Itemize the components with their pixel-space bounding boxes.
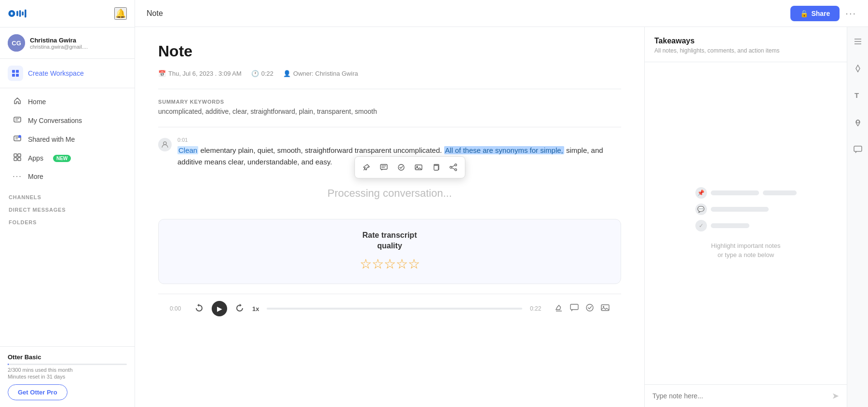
svg-point-33	[455, 164, 457, 166]
empty-bar-2	[763, 190, 797, 195]
speed-button[interactable]: 1x	[252, 305, 259, 312]
create-workspace-button[interactable]: Create Workspace	[0, 59, 135, 88]
svg-text:T: T	[854, 91, 859, 99]
topbar-actions: 🔒 Share ···	[790, 6, 856, 21]
svg-rect-2	[11, 12, 13, 15]
star-rating[interactable]: ☆☆☆☆☆	[170, 256, 609, 272]
svg-rect-6	[25, 10, 27, 18]
speaker-icon	[158, 138, 172, 151]
floating-toolbar	[354, 156, 465, 178]
sidebar-item-home[interactable]: Home	[4, 93, 131, 111]
sidebar-item-shared-with-me[interactable]: Shared with Me	[4, 130, 131, 149]
share-toolbar-button[interactable]	[446, 160, 461, 175]
home-label: Home	[28, 98, 46, 106]
comment-player-button[interactable]	[570, 303, 579, 314]
rs-chat-icon[interactable]	[849, 141, 867, 158]
highlight-player-button[interactable]	[555, 303, 563, 314]
nav-items: Home My Conversations Shared with Me App…	[0, 88, 135, 190]
progress-bar[interactable]	[267, 308, 522, 310]
plan-usage-text: 2/300 mins used this month	[8, 367, 127, 373]
svg-rect-21	[18, 154, 21, 157]
meta-date: 📅 Thu, Jul 6, 2023 . 3:09 AM	[158, 70, 242, 77]
svg-point-40	[586, 304, 593, 311]
svg-point-29	[398, 164, 404, 170]
sidebar-item-more[interactable]: ··· More	[4, 168, 131, 185]
right-sidebar: T	[847, 27, 868, 407]
page-title: Note	[147, 9, 163, 18]
player-controls: ▶ 1x	[194, 301, 259, 316]
pin-toolbar-button[interactable]	[359, 160, 374, 175]
get-pro-button[interactable]: Get Otter Pro	[8, 384, 68, 400]
empty-text-line1: Highlight important notes	[711, 242, 781, 249]
folders-section-label: FOLDERS	[0, 215, 135, 227]
copy-toolbar-button[interactable]	[428, 160, 444, 175]
svg-line-36	[452, 165, 455, 167]
right-panel: Takeaways All notes, highlights, comment…	[644, 27, 847, 407]
notification-bell-icon[interactable]: 🔔	[114, 7, 127, 20]
create-workspace-icon	[8, 66, 23, 81]
forward-button[interactable]	[235, 303, 244, 315]
empty-row-2: 💬	[695, 204, 769, 215]
takeaways-empty-state: 📌 💬 ✓ Highl	[645, 62, 847, 384]
svg-rect-12	[16, 74, 19, 77]
apps-label: Apps	[28, 154, 43, 162]
current-time: 0:00	[170, 305, 187, 312]
check-player-button[interactable]	[585, 303, 594, 314]
action-item-toolbar-button[interactable]	[393, 160, 409, 175]
svg-line-25	[364, 169, 365, 170]
person-icon: 👤	[283, 70, 291, 77]
my-conversations-icon	[13, 116, 22, 125]
svg-rect-22	[14, 158, 17, 161]
sidebar-item-my-conversations[interactable]: My Conversations	[4, 111, 131, 130]
rewind-button[interactable]	[194, 303, 204, 315]
avatar: CG	[8, 34, 25, 52]
svg-rect-41	[601, 305, 609, 311]
svg-rect-48	[854, 146, 862, 151]
more-dots-icon: ···	[13, 172, 22, 181]
svg-point-35	[455, 169, 457, 171]
rs-text-icon[interactable]: T	[849, 87, 867, 104]
user-email: christina.gwira@gmail....	[30, 44, 88, 50]
note-input[interactable]	[652, 392, 827, 400]
takeaways-subtitle: All notes, highlights, comments, and act…	[654, 47, 837, 54]
image-toolbar-button[interactable]	[411, 160, 426, 175]
plan-usage-bar	[8, 364, 127, 365]
share-button[interactable]: 🔒 Share	[790, 6, 840, 21]
takeaways-header: Takeaways All notes, highlights, comment…	[645, 27, 847, 62]
svg-rect-39	[570, 304, 578, 310]
empty-bar-1	[711, 190, 759, 195]
rs-diamond-icon[interactable]	[849, 60, 867, 77]
note-area: Note 📅 Thu, Jul 6, 2023 . 3:09 AM 🕐 0:22…	[135, 27, 644, 407]
rs-lines-icon[interactable]	[849, 33, 867, 50]
summary-label: SUMMARY KEYWORDS	[158, 99, 621, 105]
more-options-button[interactable]: ···	[845, 8, 856, 19]
shared-with-me-label: Shared with Me	[28, 136, 75, 143]
rs-location-icon[interactable]	[849, 114, 867, 131]
svg-rect-9	[12, 70, 15, 73]
apps-new-badge: New	[53, 155, 71, 162]
play-button[interactable]: ▶	[212, 301, 227, 316]
empty-check-icon: ✓	[695, 220, 707, 231]
lock-icon: 🔒	[800, 10, 808, 17]
image-player-button[interactable]	[601, 303, 610, 314]
total-time: 0:22	[530, 305, 547, 312]
main-content: Note 📅 Thu, Jul 6, 2023 . 3:09 AM 🕐 0:22…	[135, 27, 868, 407]
direct-messages-section-label: DIRECT MESSAGES	[0, 202, 135, 215]
note-date: Thu, Jul 6, 2023 . 3:09 AM	[168, 70, 242, 77]
svg-rect-32	[434, 165, 438, 170]
audio-player: 0:00 ▶ 1x 0:22	[158, 294, 621, 323]
shared-with-me-icon	[13, 135, 22, 144]
rate-subtitle: quality	[170, 242, 609, 250]
channels-section-label: CHANNELS	[0, 190, 135, 202]
comment-toolbar-button[interactable]	[376, 160, 392, 175]
rate-title: Rate transcript	[170, 231, 609, 240]
send-button[interactable]: ➤	[832, 391, 839, 401]
note-duration: 0:22	[261, 70, 273, 77]
highlight-phrase[interactable]: All of these are synonyms for simple,	[444, 146, 564, 154]
highlight-word[interactable]: Clean	[177, 146, 198, 154]
plan-reset-text: Minutes reset in 31 days	[8, 374, 127, 380]
sidebar-item-apps[interactable]: Apps New	[4, 149, 131, 167]
svg-point-34	[450, 166, 452, 168]
user-section[interactable]: CG Christina Gwira christina.gwira@gmail…	[0, 27, 135, 59]
svg-text:CG: CG	[12, 40, 21, 47]
